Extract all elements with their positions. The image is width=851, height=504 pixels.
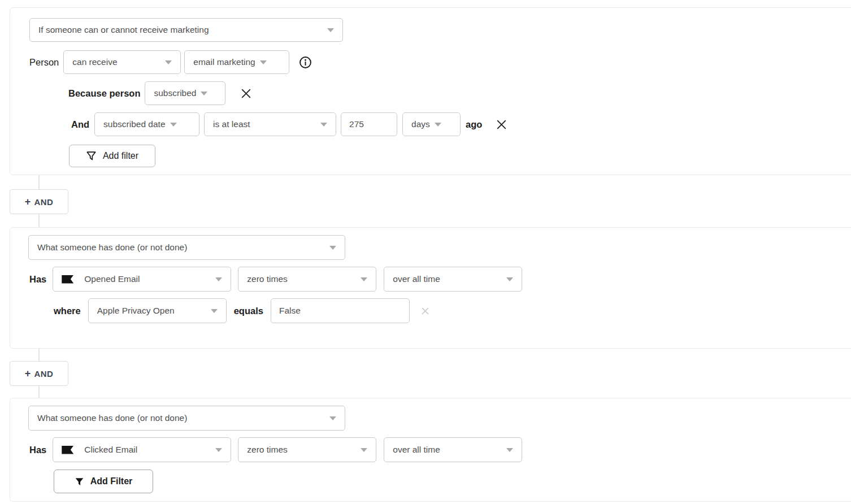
consent-state-value: can receive (72, 57, 117, 67)
person-label: Person (29, 57, 59, 68)
metric-value: Opened Email (84, 274, 140, 284)
chevron-down-icon (361, 277, 367, 281)
operator-value: is at least (213, 119, 250, 129)
funnel-icon (86, 150, 97, 162)
property-value-input[interactable] (271, 298, 410, 323)
property-select[interactable]: Apple Privacy Open (88, 298, 227, 323)
timeframe-select[interactable]: over all time (384, 437, 522, 462)
add-filter-button[interactable]: Add filter (69, 145, 155, 167)
chevron-down-icon (215, 277, 222, 281)
reason-value: subscribed (154, 88, 196, 98)
chevron-down-icon (506, 448, 513, 452)
frequency-select[interactable]: zero times (238, 437, 376, 462)
equals-label: equals (234, 306, 263, 316)
condition-type-select[interactable]: If someone can or cannot receive marketi… (29, 18, 343, 42)
add-filter-label: Add filter (103, 151, 138, 161)
close-icon (421, 307, 429, 315)
where-label: where (54, 306, 81, 316)
metric-flag-icon (62, 275, 73, 284)
metric-select[interactable]: Clicked Email (53, 437, 231, 462)
metric-select[interactable]: Opened Email (53, 267, 231, 292)
remove-reason-button[interactable] (239, 86, 253, 100)
timeframe-value: over all time (393, 445, 440, 455)
condition-type-select[interactable]: What someone has done (or not done) (28, 406, 345, 431)
consent-state-select[interactable]: can receive (63, 50, 181, 74)
chevron-down-icon (170, 123, 177, 127)
connector-section: + AND (0, 349, 851, 398)
info-icon (299, 56, 312, 69)
remove-property-filter-button[interactable] (419, 304, 432, 318)
unit-value: days (411, 119, 430, 129)
add-and-condition-button[interactable]: + AND (10, 361, 68, 386)
chevron-down-icon (361, 448, 367, 452)
condition-type-value: If someone can or cannot receive marketi… (38, 25, 209, 35)
condition-card-opened-email: What someone has done (or not done) Has … (10, 227, 851, 349)
frequency-value: zero times (247, 445, 288, 455)
date-field-value: subscribed date (103, 119, 165, 129)
plus-icon: + (25, 368, 31, 379)
channel-select[interactable]: email marketing (184, 50, 289, 74)
channel-value: email marketing (193, 57, 255, 67)
condition-type-select[interactable]: What someone has done (or not done) (28, 235, 345, 260)
condition-card-marketing: If someone can or cannot receive marketi… (10, 7, 851, 175)
funnel-icon (75, 477, 84, 486)
because-person-label: Because person (68, 88, 140, 99)
chevron-down-icon (215, 448, 222, 452)
info-button[interactable] (298, 55, 312, 69)
chevron-down-icon (211, 309, 218, 313)
close-icon (240, 88, 252, 99)
has-label: Has (29, 274, 46, 285)
days-value-input[interactable] (341, 112, 397, 136)
date-field-select[interactable]: subscribed date (94, 112, 199, 136)
chevron-down-icon (506, 277, 513, 281)
chevron-down-icon (435, 123, 441, 127)
timeframe-value: over all time (393, 274, 440, 284)
chevron-down-icon (329, 246, 336, 250)
condition-type-value: What someone has done (or not done) (37, 413, 187, 423)
and-button-label: AND (34, 369, 54, 379)
add-filter-label: Add Filter (90, 476, 133, 486)
has-label: Has (29, 445, 46, 455)
chevron-down-icon (165, 60, 172, 64)
connector-section: + AND (0, 175, 851, 227)
reason-select[interactable]: subscribed (145, 81, 225, 105)
add-filter-button[interactable]: Add Filter (54, 470, 153, 493)
close-icon (496, 119, 507, 131)
plus-icon: + (25, 197, 31, 207)
operator-select[interactable]: is at least (204, 112, 336, 136)
chevron-down-icon (260, 60, 267, 64)
property-value: Apple Privacy Open (97, 306, 175, 316)
chevron-down-icon (327, 28, 334, 32)
condition-card-clicked-email: What someone has done (or not done) Has … (10, 398, 851, 502)
timeframe-select[interactable]: over all time (384, 267, 522, 292)
add-and-condition-button[interactable]: + AND (10, 189, 68, 214)
and-button-label: AND (34, 197, 54, 207)
metric-flag-icon (62, 446, 73, 454)
chevron-down-icon (201, 92, 207, 95)
and-label: And (71, 119, 89, 130)
chevron-down-icon (320, 123, 327, 127)
condition-type-value: What someone has done (or not done) (37, 242, 187, 253)
ago-label: ago (466, 119, 482, 130)
chevron-down-icon (329, 416, 336, 420)
remove-date-filter-button[interactable] (494, 118, 508, 131)
unit-select[interactable]: days (402, 112, 461, 136)
frequency-value: zero times (247, 274, 288, 284)
metric-value: Clicked Email (84, 445, 137, 455)
frequency-select[interactable]: zero times (238, 267, 376, 292)
